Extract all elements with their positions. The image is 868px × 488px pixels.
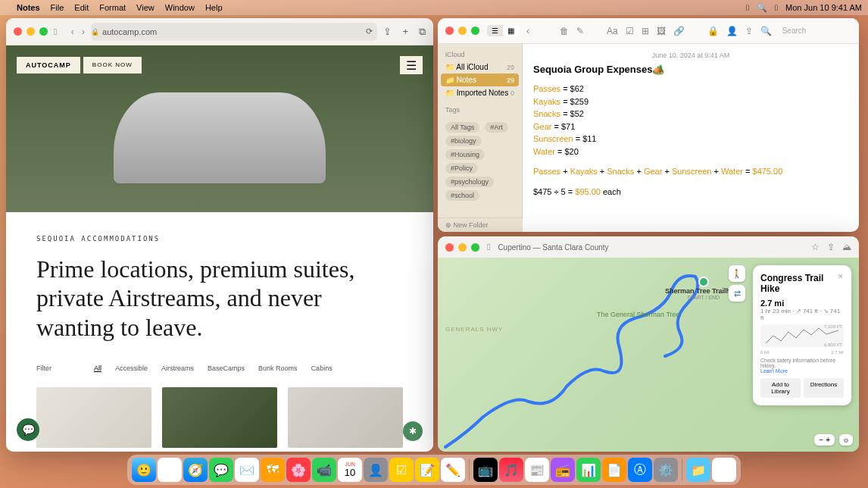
settings-icon[interactable]: ⚙️ [654, 458, 678, 482]
share-icon[interactable]: ⇪ [383, 26, 392, 38]
tag-art[interactable]: #Art [485, 122, 508, 133]
tag-school[interactable]: #school [445, 190, 479, 201]
directions-button[interactable]: Directions [804, 378, 844, 398]
collaborate-icon[interactable]: 👤 [726, 26, 738, 36]
minimize-button[interactable] [458, 27, 467, 35]
new-folder-button[interactable]: ⊕ New Folder [438, 217, 523, 232]
messages-icon[interactable]: 💬 [209, 458, 233, 482]
new-tab-icon[interactable]: + [402, 26, 408, 38]
podcasts-icon[interactable]: 📻 [551, 458, 575, 482]
fullscreen-button[interactable] [471, 27, 479, 35]
facetime-icon[interactable]: 📹 [312, 458, 336, 482]
back-button[interactable]: ‹ [70, 26, 73, 37]
sidebar-icon[interactable]: 􀏚 [487, 242, 490, 252]
tag-housing[interactable]: #Housing [445, 149, 485, 160]
compass-control[interactable]: ⌾ [839, 434, 853, 446]
gallery-image[interactable] [36, 387, 151, 448]
map-mode-icon[interactable]: ⛰ [842, 242, 851, 252]
menu-file[interactable]: File [51, 3, 64, 12]
menu-view[interactable]: View [136, 3, 155, 12]
grid-view-icon[interactable]: ▦ [503, 25, 519, 36]
trash-icon[interactable]: 🗑 [560, 26, 569, 36]
tag-psychology[interactable]: #psychology [445, 177, 494, 187]
book-now-button[interactable]: BOOK NOW [83, 57, 142, 74]
tag-all[interactable]: All Tags [445, 122, 479, 133]
lock-icon[interactable]: 🔒 [707, 26, 719, 36]
maps-icon[interactable]: 🗺 [261, 458, 285, 482]
music-icon[interactable]: 🎵 [499, 458, 523, 482]
list-view-icon[interactable]: ☰ [487, 25, 503, 36]
autocamp-logo[interactable]: AUTOCAMP [17, 57, 80, 74]
table-icon[interactable]: ⊞ [642, 26, 649, 36]
notes-icon[interactable]: 📝 [415, 458, 439, 482]
reload-icon[interactable]: ⟳ [366, 27, 373, 36]
hiking-mode-button[interactable]: 🚶 [729, 265, 745, 282]
sidebar-notes[interactable]: 📁 Notes 29 [441, 74, 519, 86]
sidebar-icon[interactable]: 􀏚 [54, 27, 57, 37]
control-center-icon[interactable]: 􀜊 [775, 3, 778, 12]
close-button[interactable] [14, 27, 22, 36]
launchpad-icon[interactable]: ▦ [158, 458, 182, 482]
url-bar[interactable]: 🔒 autocamp.com ⟳ [91, 23, 377, 41]
calendar-icon[interactable]: JUN10 [338, 458, 362, 482]
chat-button[interactable]: 💬 [17, 418, 39, 441]
menu-format[interactable]: Format [99, 3, 126, 12]
gallery-image[interactable] [162, 387, 277, 448]
bookmark-icon[interactable]: ☆ [811, 242, 820, 252]
menu-help[interactable]: Help [205, 3, 223, 12]
reminders-icon[interactable]: ☑ [389, 458, 414, 482]
menu-edit[interactable]: Edit [74, 3, 89, 12]
filter-bunkrooms[interactable]: Bunk Rooms [258, 364, 298, 372]
contacts-icon[interactable]: 👤 [364, 458, 388, 482]
forward-button[interactable]: › [82, 26, 85, 37]
share-icon[interactable]: ⇪ [827, 242, 835, 252]
filter-airstreams[interactable]: Airstreams [161, 364, 194, 372]
wifi-icon[interactable]: 􀙇 [746, 3, 749, 12]
sidebar-all-icloud[interactable]: 📁 All iCloud 29 [438, 61, 522, 74]
close-button[interactable] [445, 27, 454, 35]
compose-icon[interactable]: ✎ [576, 26, 584, 36]
search-icon[interactable]: 🔍 [757, 3, 767, 13]
tabs-icon[interactable]: ⧉ [419, 26, 426, 38]
fullscreen-button[interactable] [39, 27, 48, 36]
filter-basecamps[interactable]: BaseCamps [208, 364, 245, 372]
format-icon[interactable]: Aa [607, 26, 618, 36]
pages-icon[interactable]: 📄 [602, 458, 626, 482]
search-icon[interactable]: 🔍 [760, 26, 772, 36]
pin-sherman-tree[interactable]: The General Sherman Tree [597, 311, 680, 318]
view-toggle[interactable]: ☰ ▦ [487, 25, 519, 36]
add-to-library-button[interactable]: Add to Library [760, 378, 801, 398]
filter-accessible[interactable]: Accessible [115, 364, 148, 372]
share-icon[interactable]: ⇪ [745, 26, 753, 36]
clock[interactable]: Mon Jun 10 9:41 AM [785, 3, 862, 12]
map-canvas[interactable]: Sherman Tree Trailhead START / END The G… [438, 258, 859, 452]
accessibility-button[interactable]: ✱ [403, 421, 423, 441]
tv-icon[interactable]: 📺 [473, 458, 498, 482]
media-icon[interactable]: 🖼 [657, 26, 666, 36]
close-button[interactable] [445, 243, 454, 252]
filter-cabins[interactable]: Cabins [311, 364, 333, 372]
freeform-icon[interactable]: ✏️ [441, 458, 465, 482]
mail-icon[interactable]: ✉️ [235, 458, 259, 482]
fullscreen-button[interactable] [471, 243, 479, 252]
gallery-image[interactable] [288, 387, 403, 448]
tag-policy[interactable]: #Policy [445, 163, 478, 174]
trash-icon[interactable]: 🗑 [712, 458, 736, 482]
minimize-button[interactable] [27, 27, 35, 36]
back-icon[interactable]: ‹ [526, 26, 529, 36]
filter-all[interactable]: All [94, 364, 101, 372]
route-options-button[interactable]: ⇄ [729, 285, 745, 302]
photos-icon[interactable]: 🌸 [286, 458, 311, 482]
finder-icon[interactable]: 🙂 [132, 458, 156, 482]
zoom-control[interactable]: −+ [814, 434, 835, 446]
downloads-icon[interactable]: 📁 [686, 458, 710, 482]
app-menu[interactable]: Notes [17, 3, 40, 12]
news-icon[interactable]: 📰 [525, 458, 549, 482]
appstore-icon[interactable]: Ⓐ [628, 458, 652, 482]
close-card-icon[interactable]: ✕ [838, 273, 844, 280]
checklist-icon[interactable]: ☑ [626, 26, 634, 36]
sidebar-imported[interactable]: 📁 Imported Notes 0 [438, 86, 522, 99]
menu-window[interactable]: Window [165, 3, 195, 12]
link-icon[interactable]: 🔗 [673, 26, 685, 36]
site-menu-button[interactable]: ☰ [400, 56, 423, 74]
